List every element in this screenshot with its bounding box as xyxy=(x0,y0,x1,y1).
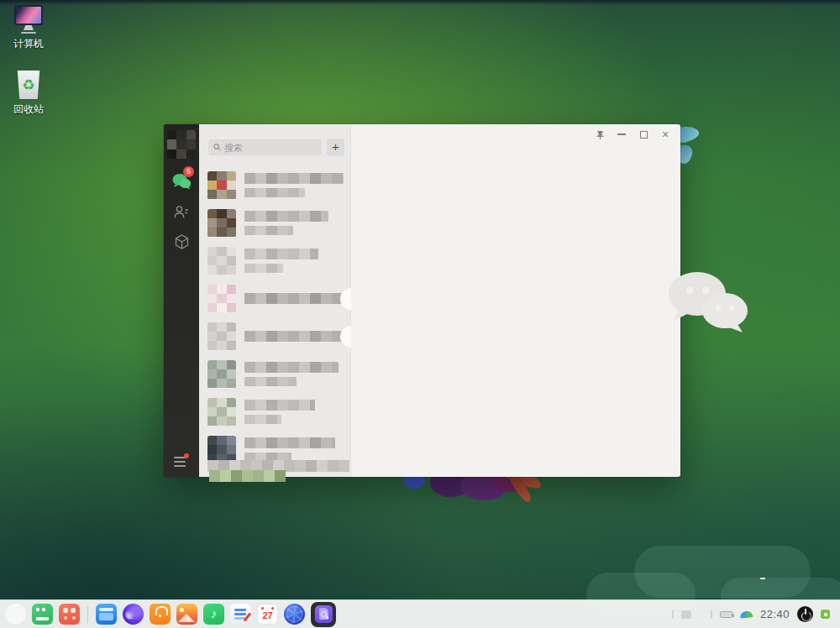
desktop-icon-recycle-bin[interactable]: ♻ 回收站 xyxy=(2,71,55,117)
search-box[interactable] xyxy=(208,139,322,155)
chat-avatar-blurred xyxy=(207,398,236,427)
chat-list-item[interactable] xyxy=(199,242,351,280)
system-tray: 22:40 xyxy=(672,606,835,622)
close-icon: × xyxy=(662,129,669,139)
taskbar-apps: ♪ 27 xyxy=(5,602,336,627)
chat-list-panel: + xyxy=(199,124,351,477)
tray-divider xyxy=(711,610,712,619)
active-app-indicator[interactable] xyxy=(311,602,336,627)
pin-window-button[interactable] xyxy=(595,129,605,139)
chat-list-item[interactable] xyxy=(199,166,351,204)
globe-app-icon[interactable] xyxy=(284,604,305,625)
file-manager-icon[interactable] xyxy=(96,604,117,625)
text-editor-icon[interactable] xyxy=(230,604,251,625)
chat-list-item[interactable] xyxy=(199,280,351,317)
calendar-icon[interactable]: 27 xyxy=(257,604,278,625)
search-input[interactable] xyxy=(224,143,317,153)
chat-avatar-blurred xyxy=(207,247,236,275)
wallpaper-cloud xyxy=(634,546,811,598)
wallpaper-boat xyxy=(760,578,765,579)
window-controls: × xyxy=(595,129,670,139)
maximize-icon xyxy=(640,131,648,139)
chat-text-blurred xyxy=(244,437,335,462)
power-button[interactable] xyxy=(797,606,813,622)
input-method-indicator[interactable] xyxy=(681,610,691,619)
minimize-button[interactable] xyxy=(617,129,627,139)
chat-list-item[interactable] xyxy=(199,393,351,431)
sidebar-menu-button[interactable] xyxy=(174,457,186,467)
desktop: 计算机 ♻ 回收站 5 xyxy=(0,0,840,628)
unread-badge: 5 xyxy=(183,166,194,177)
image-viewer-icon[interactable] xyxy=(176,604,197,625)
add-chat-button[interactable]: + xyxy=(327,139,344,156)
menu-notification-dot xyxy=(184,453,189,458)
blurred-green-row xyxy=(209,470,286,482)
computer-icon-label: 计算机 xyxy=(2,37,55,51)
taskbar-clock[interactable]: 22:40 xyxy=(760,608,790,620)
chat-avatar-blurred xyxy=(207,322,236,351)
chat-text-blurred xyxy=(244,211,328,235)
chat-text-blurred xyxy=(244,362,339,386)
desktop-icon-computer[interactable]: 计算机 xyxy=(2,5,55,51)
sidebar-item-collections[interactable] xyxy=(164,231,199,253)
chat-avatar-blurred xyxy=(207,285,236,313)
chat-text-blurred xyxy=(244,331,351,342)
close-button[interactable]: × xyxy=(660,129,670,139)
recycle-bin-label: 回收站 xyxy=(2,102,55,117)
row-pill xyxy=(340,288,351,310)
search-icon xyxy=(213,144,221,151)
cube-icon xyxy=(175,234,189,249)
contacts-icon xyxy=(174,205,189,219)
minimize-icon xyxy=(617,133,626,135)
recycle-bin-icon: ♻ xyxy=(16,71,41,99)
tray-divider xyxy=(672,610,674,619)
document-viewer-icon xyxy=(315,605,333,623)
maximize-button[interactable] xyxy=(638,129,648,139)
computer-icon xyxy=(2,5,55,34)
app-grid-icon[interactable] xyxy=(59,604,80,625)
sidebar-item-contacts[interactable] xyxy=(164,201,199,222)
taskbar-separator xyxy=(87,606,88,623)
chat-text-blurred xyxy=(244,400,315,424)
chat-avatar-blurred xyxy=(207,360,236,389)
row-pill xyxy=(340,326,351,348)
music-note-glyph: ♪ xyxy=(211,606,218,620)
wechat-watermark-logo xyxy=(664,269,754,336)
chat-avatar-blurred xyxy=(207,209,236,238)
chat-text-blurred xyxy=(244,293,351,304)
wechat-main-panel: × xyxy=(351,124,680,477)
battery-icon[interactable] xyxy=(720,611,732,618)
wechat-window: 5 xyxy=(164,124,680,477)
user-avatar[interactable] xyxy=(167,130,196,159)
wechat-sidebar: 5 xyxy=(164,124,199,477)
taskbar: ♪ 27 22:40 xyxy=(0,599,840,628)
app-store-icon[interactable] xyxy=(150,604,171,625)
tray-plugin-icon[interactable] xyxy=(821,610,830,619)
sidebar-item-chats[interactable]: 5 xyxy=(164,170,199,192)
multitasking-view-icon[interactable] xyxy=(32,604,53,625)
calendar-day: 27 xyxy=(258,610,277,620)
music-player-icon[interactable]: ♪ xyxy=(203,604,224,625)
chat-avatar-blurred xyxy=(207,171,236,200)
chat-list-item[interactable] xyxy=(199,204,351,242)
chat-text-blurred xyxy=(244,249,318,273)
launcher-icon[interactable] xyxy=(5,604,26,625)
pin-icon xyxy=(596,130,605,139)
network-icon[interactable] xyxy=(740,610,753,619)
chat-list-item[interactable] xyxy=(199,355,351,393)
chat-text-blurred xyxy=(244,173,344,197)
chat-list-rows xyxy=(199,166,351,470)
browser-icon[interactable] xyxy=(123,604,144,625)
chat-list-item[interactable] xyxy=(199,317,351,355)
